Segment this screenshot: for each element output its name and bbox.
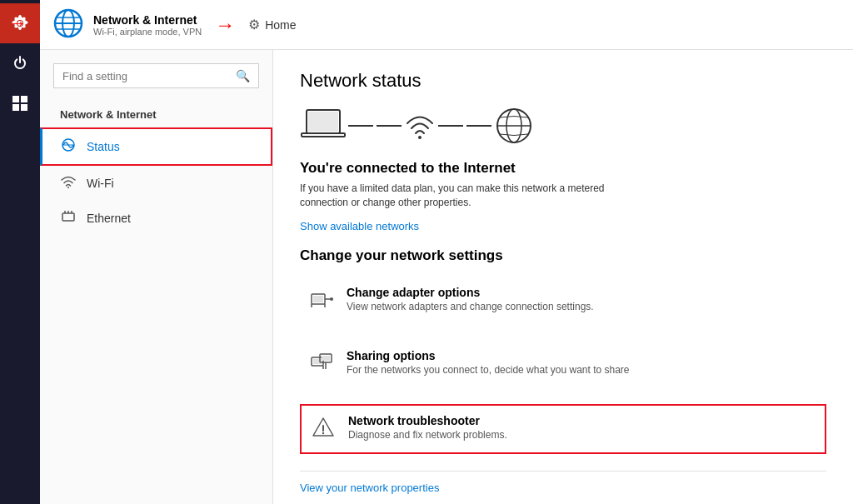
windows-icon bbox=[12, 96, 27, 111]
nav-ethernet-label: Ethernet bbox=[87, 212, 131, 225]
svg-rect-2 bbox=[12, 104, 19, 111]
settings-item-troubleshooter[interactable]: Network troubleshooter Diagnose and fix … bbox=[300, 404, 826, 454]
breadcrumb-text: Network & Internet Wi-Fi, airplane mode,… bbox=[93, 13, 202, 37]
sharing-options-text: Sharing options For the networks you con… bbox=[347, 349, 630, 376]
status-connected-text: You're connected to the Internet bbox=[300, 160, 826, 177]
svg-point-37 bbox=[322, 432, 324, 433]
line-3 bbox=[438, 125, 463, 127]
troubleshooter-icon bbox=[312, 416, 335, 444]
home-gear-icon: ⚙ bbox=[248, 17, 260, 32]
nav-status-label: Status bbox=[87, 140, 120, 153]
settings-item-sharing[interactable]: Sharing options For the networks you con… bbox=[300, 341, 826, 387]
divider bbox=[300, 471, 826, 472]
svg-point-20 bbox=[418, 136, 422, 139]
adapter-options-text: Change adapter options View network adap… bbox=[347, 286, 594, 312]
troubleshooter-text: Network troubleshooter Diagnose and fix … bbox=[348, 414, 507, 441]
line-4 bbox=[466, 125, 491, 127]
breadcrumb-subtitle: Wi-Fi, airplane mode, VPN bbox=[93, 27, 202, 37]
main-container: → Network & Internet Wi-Fi, airplane mod… bbox=[40, 0, 853, 504]
network-diagram bbox=[300, 105, 826, 147]
svg-rect-12 bbox=[62, 213, 74, 221]
breadcrumb-globe-icon bbox=[53, 8, 83, 42]
show-available-networks-link[interactable]: Show available networks bbox=[300, 220, 419, 232]
svg-point-11 bbox=[67, 187, 69, 188]
left-panel: 🔍 Network & Internet Status bbox=[40, 50, 273, 504]
ethernet-nav-icon bbox=[60, 209, 77, 227]
nav-wifi-label: Wi-Fi bbox=[87, 177, 114, 190]
adapter-icon bbox=[310, 287, 333, 316]
change-settings-title: Change your network settings bbox=[300, 247, 826, 264]
links-section: View your network properties Windows Fir… bbox=[300, 482, 826, 504]
settings-item-adapter[interactable]: Change adapter options View network adap… bbox=[300, 277, 826, 324]
search-box: 🔍 bbox=[53, 63, 259, 88]
svg-point-27 bbox=[330, 297, 333, 301]
laptop-icon bbox=[300, 107, 347, 145]
nav-section-title: Network & Internet bbox=[40, 102, 272, 127]
header-bar: → Network & Internet Wi-Fi, airplane mod… bbox=[40, 0, 853, 50]
sidebar-item-start[interactable] bbox=[0, 83, 40, 123]
line-1 bbox=[348, 125, 373, 127]
sidebar-item-power[interactable] bbox=[0, 43, 40, 83]
svg-rect-33 bbox=[322, 356, 330, 361]
adapter-desc: View network adapters and change connect… bbox=[347, 301, 594, 312]
home-label: Home bbox=[265, 18, 296, 32]
annotation-arrow-right: → bbox=[215, 13, 235, 37]
page-title: Network status bbox=[300, 70, 826, 92]
sharing-icon bbox=[310, 351, 333, 379]
search-icon: 🔍 bbox=[236, 69, 250, 82]
troubleshooter-title: Network troubleshooter bbox=[348, 414, 507, 427]
status-icon bbox=[60, 137, 77, 156]
wifi-nav-icon bbox=[60, 174, 77, 192]
svg-rect-3 bbox=[21, 104, 27, 111]
content-area: 🔍 Network & Internet Status bbox=[40, 50, 853, 504]
wifi-diagram-icon bbox=[403, 107, 436, 145]
sharing-desc: For the networks you connect to, decide … bbox=[347, 364, 630, 376]
breadcrumb-title: Network & Internet bbox=[93, 13, 202, 27]
status-description: If you have a limited data plan, you can… bbox=[300, 182, 616, 210]
troubleshooter-desc: Diagnose and fix network problems. bbox=[348, 429, 507, 441]
annotation-arrow-left: → bbox=[8, 12, 27, 34]
globe-diagram-icon bbox=[493, 105, 535, 147]
sidebar bbox=[0, 0, 40, 504]
line-2 bbox=[377, 125, 402, 127]
right-panel: Network status bbox=[273, 50, 853, 504]
nav-item-ethernet[interactable]: Ethernet bbox=[40, 201, 272, 236]
power-icon bbox=[12, 55, 28, 72]
sharing-title: Sharing options bbox=[347, 349, 630, 362]
svg-rect-17 bbox=[308, 112, 338, 132]
svg-rect-0 bbox=[12, 96, 19, 102]
svg-rect-1 bbox=[21, 96, 27, 102]
svg-rect-25 bbox=[313, 296, 323, 302]
home-link[interactable]: ⚙ Home bbox=[248, 17, 296, 32]
view-network-properties-link[interactable]: View your network properties bbox=[300, 482, 826, 494]
nav-item-status[interactable]: Status bbox=[40, 127, 272, 166]
adapter-title: Change adapter options bbox=[347, 286, 594, 299]
nav-item-wifi[interactable]: Wi-Fi bbox=[40, 166, 272, 201]
search-input[interactable] bbox=[62, 70, 229, 82]
